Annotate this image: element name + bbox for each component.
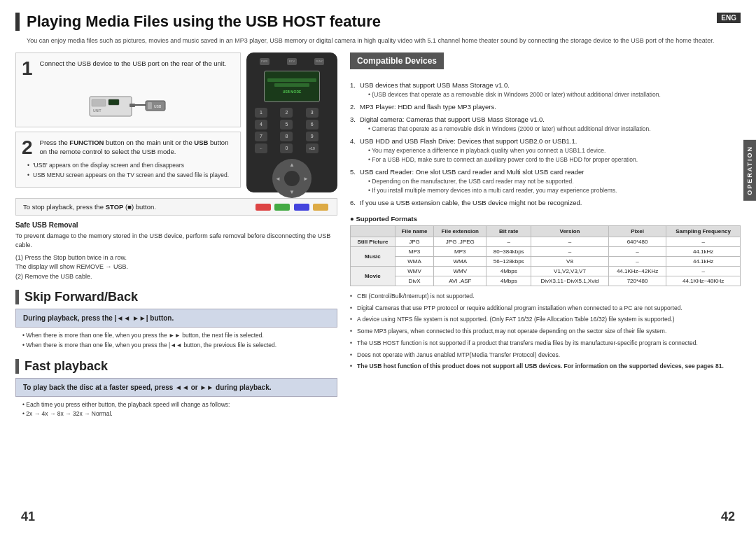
skip-bullet-1: When there is more than one file, when y… — [15, 331, 337, 341]
ext-jpg: JPG .JPEG — [434, 237, 486, 246]
table-row: Movie WMV WMV 4Mbps V1,V2,V3,V7 44.1KHz~… — [351, 266, 741, 276]
freq-wmv: – — [666, 266, 741, 276]
formats-title: ● Supported Formats — [350, 215, 741, 223]
safe-usb-step1: (1) Press the Stop button twice in a row… — [15, 253, 337, 263]
step2-bullet-2: USB MENU screen appears on the TV screen… — [27, 171, 234, 180]
px-jpg: 640*480 — [608, 237, 666, 246]
col-header-filename: File name — [395, 225, 433, 237]
page-subtitle: You can enjoy media files such as pictur… — [15, 36, 741, 45]
step1-box: 1 Connect the USB device to the USB port… — [15, 52, 241, 127]
table-row: Still Picture JPG JPG .JPEG – – 640*480 … — [351, 237, 741, 246]
name-wma: WMA — [395, 256, 433, 266]
skip-section: Skip Forward/Back During playback, press… — [15, 290, 337, 350]
compatible-item-1: USB devices that support USB Mass Storag… — [350, 80, 741, 99]
right-column: Compatible Devices USB devices that supp… — [350, 52, 741, 419]
svg-text:UNIT: UNIT — [93, 108, 102, 113]
compatible-sub-1: (USB devices that operate as a removable… — [360, 90, 741, 99]
col-header-bitrate: Bit rate — [486, 225, 531, 237]
compatible-sub-5b: If you install multiple memory devices i… — [360, 186, 741, 195]
eng-badge: ENG — [717, 13, 741, 23]
px-divx: 720*480 — [608, 276, 666, 286]
safe-usb-step2: (2) Remove the USB cable. — [15, 272, 337, 282]
left-column: 1 Connect the USB device to the USB port… — [15, 52, 337, 419]
skip-title: Skip Forward/Back — [15, 290, 337, 304]
compatible-sub-5a: Depending on the manufacturer, the USB c… — [360, 177, 741, 186]
page-num-right: 42 — [721, 510, 735, 524]
note-6: The USB host function of this product do… — [350, 362, 741, 371]
ver-jpg: – — [531, 237, 609, 246]
safe-usb-section: Safe USB Removal To prevent damage to th… — [15, 221, 337, 282]
freq-jpg: – — [666, 237, 741, 246]
step1-number: 1 — [22, 59, 33, 78]
svg-rect-2 — [108, 99, 119, 105]
page-container: ENG OPERATION Playing Media Files using … — [0, 0, 756, 534]
remote-numpad: 1 2 3 4 5 6 7 8 9 ← 0 +10 — [246, 105, 337, 156]
step1-text: Connect the USB device to the USB port o… — [40, 59, 227, 68]
table-row: WMA WMA 56~128kbps V8 – 44.1kHz — [351, 256, 741, 266]
compatible-item-2: MP3 Player: HDD and flash type MP3 playe… — [350, 102, 741, 112]
col-header-freq: Sampling Frequency — [666, 225, 741, 237]
remote-display: USB MODE — [264, 71, 320, 102]
step2-box: 2 Press the FUNCTION button on the main … — [15, 132, 241, 188]
remote-nav: ▲ ▼ ◄ ► — [272, 159, 312, 198]
compatible-item-4: USB HDD and USB Flash Drive: Devices tha… — [350, 136, 741, 164]
ver-wma: V8 — [531, 256, 609, 266]
step2-bullet-1: 'USB' appears on the display screen and … — [27, 162, 234, 170]
px-mp3: – — [608, 246, 666, 256]
skip-highlight: During playback, press the |◄◄ ►►| butto… — [15, 309, 337, 328]
cat-movie: Movie — [351, 266, 396, 286]
compatible-sub-3: Cameras that operate as a removable disk… — [360, 125, 741, 134]
usb-diagram: UNIT USB — [22, 83, 234, 121]
br-wma: 56~128kbps — [486, 256, 531, 266]
compatible-item-6: If you use a USB extension cable, the US… — [350, 198, 741, 208]
step2-number: 2 — [22, 138, 33, 157]
safe-usb-title: Safe USB Removal — [15, 221, 337, 229]
stop-text: To stop playback, press the STOP (■) but… — [23, 203, 156, 211]
br-mp3: 80~384kbps — [486, 246, 531, 256]
remote-diagram: PWR RCV FUNC USB MODE 1 — [246, 52, 337, 192]
page-num-left: 41 — [21, 510, 35, 524]
ver-divx: DivX3.11~DivX5.1,Xvid — [531, 276, 609, 286]
ext-divx: AVI .ASF — [434, 276, 486, 286]
note-1: Digital Cameras that use PTP protocol or… — [350, 304, 741, 313]
ext-wmv: WMV — [434, 266, 486, 276]
page-numbers: 41 42 — [0, 510, 756, 524]
svg-rect-1 — [92, 99, 106, 106]
compatible-header-wrapper: Compatible Devices — [350, 52, 741, 75]
fast-playback-highlight: To play back the disc at a faster speed,… — [15, 378, 337, 397]
cat-music: Music — [351, 246, 396, 266]
compatible-header: Compatible Devices — [350, 52, 444, 69]
table-row: DivX AVI .ASF 4Mbps DivX3.11~DivX5.1,Xvi… — [351, 276, 741, 286]
px-wmv: 44.1KHz~42KHz — [608, 266, 666, 276]
col-header-category — [351, 225, 396, 237]
fast-playback-section: Fast playback To play back the disc at a… — [15, 359, 337, 419]
col-header-extension: File extension — [434, 225, 486, 237]
svg-rect-4 — [130, 104, 135, 107]
table-row: Music MP3 MP3 80~384kbps – – 44.1kHz — [351, 246, 741, 256]
note-3: Some MP3 players, when connected to this… — [350, 327, 741, 336]
compatible-sub-4a: You may experience a difference in playb… — [360, 146, 741, 155]
compatible-sub-4b: For a USB HDD, make sure to connect an a… — [360, 155, 741, 164]
note-5: Does not operate with Janus enabled MTP(… — [350, 351, 741, 360]
name-divx: DivX — [395, 276, 433, 286]
safe-usb-description: To prevent damage to the memory stored i… — [15, 232, 337, 251]
step2-text: Press the FUNCTION button on the main un… — [40, 138, 234, 157]
step2-bullets: 'USB' appears on the display screen and … — [22, 162, 234, 180]
notes-section: CBI (Control/Bulk/Interrupt) is not supp… — [350, 292, 741, 371]
freq-divx: 44.1KHz~48KHz — [666, 276, 741, 286]
name-jpg: JPG — [395, 237, 433, 246]
skip-bullet-2: When there is more than one file, when y… — [15, 341, 337, 351]
svg-text:USB: USB — [154, 104, 162, 108]
fast-bullet-1: Each time you press either button, the p… — [15, 400, 337, 410]
remote-bottom — [246, 201, 337, 213]
remote-btn-2: RCV — [287, 58, 297, 65]
ver-wmv: V1,V2,V3,V7 — [531, 266, 609, 276]
name-wmv: WMV — [395, 266, 433, 276]
compatible-item-3: Digital camera: Cameras that support USB… — [350, 115, 741, 134]
br-jpg: – — [486, 237, 531, 246]
note-4: The USB HOST function is not supported i… — [350, 339, 741, 348]
page-title: Playing Media Files using the USB HOST f… — [15, 13, 741, 31]
ext-mp3: MP3 — [434, 246, 486, 256]
formats-section: ● Supported Formats File name File exten… — [350, 215, 741, 286]
freq-mp3: 44.1kHz — [666, 246, 741, 256]
